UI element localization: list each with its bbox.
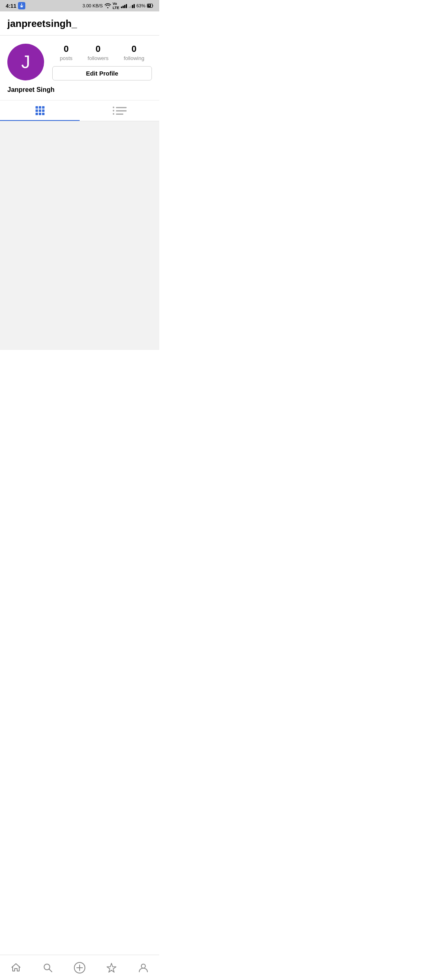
stats-container: 0 posts 0 followers 0 following Edit Pro… — [52, 44, 152, 80]
battery-icon — [147, 4, 154, 8]
following-count: 0 — [131, 44, 136, 54]
posts-label: posts — [60, 55, 73, 61]
stats-row: 0 posts 0 followers 0 following — [52, 44, 152, 61]
profile-section: J 0 posts 0 followers 0 following Edit P… — [0, 36, 159, 100]
stat-posts[interactable]: 0 posts — [60, 44, 73, 61]
content-area — [0, 121, 159, 350]
profile-top: J 0 posts 0 followers 0 following Edit P… — [7, 44, 152, 80]
edit-profile-button[interactable]: Edit Profile — [52, 66, 152, 80]
view-tabs — [0, 100, 159, 121]
followers-label: followers — [88, 55, 109, 61]
tab-grid[interactable] — [0, 100, 80, 121]
avatar: J — [7, 44, 44, 80]
volte-icon: VoLTE — [113, 2, 119, 10]
avatar-letter: J — [21, 52, 30, 72]
followers-count: 0 — [96, 44, 100, 54]
profile-header: janpreetsingh_ — [0, 11, 159, 36]
stat-following[interactable]: 0 following — [124, 44, 145, 61]
status-time: 4:11 — [6, 3, 16, 9]
tab-list[interactable] — [80, 100, 159, 121]
signal-bars-1 — [121, 3, 127, 8]
status-left: 4:11 — [6, 2, 25, 9]
usb-icon — [18, 2, 25, 9]
posts-count: 0 — [64, 44, 69, 54]
profile-full-name: Janpreet Singh — [7, 86, 152, 94]
grid-view-icon — [36, 106, 45, 115]
battery-level: 63% — [136, 3, 145, 8]
status-right: 3.00 KB/S VoLTE 63% — [82, 2, 154, 10]
wifi-icon — [105, 3, 111, 8]
signal-bars-2 — [129, 3, 135, 8]
stat-followers[interactable]: 0 followers — [88, 44, 109, 61]
list-view-icon — [113, 107, 127, 115]
status-bar: 4:11 3.00 KB/S VoLTE 6 — [0, 0, 159, 11]
following-label: following — [124, 55, 145, 61]
network-speed: 3.00 KB/S — [82, 3, 103, 8]
username-title: janpreetsingh_ — [7, 18, 77, 29]
